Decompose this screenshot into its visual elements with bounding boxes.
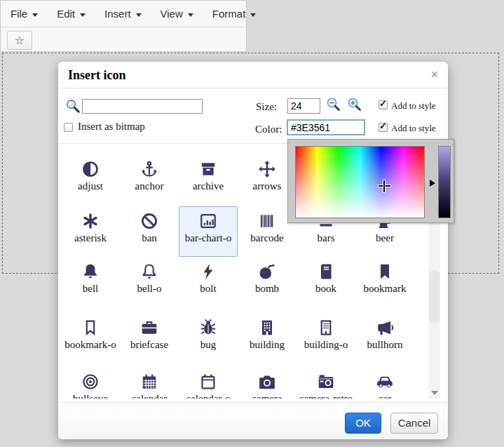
icon-cell-building[interactable]: building bbox=[238, 313, 297, 366]
menu-label: Edit bbox=[57, 8, 75, 20]
icon-cell-calendar-o[interactable]: calendar-o bbox=[179, 366, 238, 399]
menu-insert[interactable]: Insert bbox=[104, 8, 142, 20]
star-button[interactable]: ☆ bbox=[7, 31, 32, 50]
size-label: Size: bbox=[256, 101, 277, 113]
menu-edit[interactable]: Edit bbox=[57, 8, 86, 20]
icon-label: bolt bbox=[179, 283, 237, 294]
icon-cell-calendar[interactable]: calendar bbox=[120, 366, 179, 399]
icon-cell-bookmark[interactable]: bookmark bbox=[355, 257, 414, 313]
icon-cell-archive[interactable]: archive bbox=[179, 154, 238, 206]
menu-view[interactable]: View bbox=[161, 8, 193, 20]
building-o-icon bbox=[317, 319, 335, 337]
cancel-button[interactable]: Cancel bbox=[390, 413, 438, 434]
dialog-title: Insert icon bbox=[68, 62, 126, 88]
insert-as-bitmap-label: Insert as bitmap bbox=[78, 121, 145, 133]
icon-label: building bbox=[238, 339, 296, 350]
star-outline-icon: ☆ bbox=[15, 34, 25, 46]
archive-icon bbox=[199, 160, 217, 178]
size-add-to-style-label: Add to style bbox=[391, 100, 436, 112]
close-icon[interactable]: × bbox=[430, 62, 438, 87]
bolt-icon bbox=[199, 262, 217, 281]
building-icon bbox=[258, 319, 276, 337]
bomb-icon bbox=[258, 262, 276, 281]
icon-cell-bell-o[interactable]: bell-o bbox=[120, 257, 179, 313]
icon-label: camera-retro bbox=[297, 393, 355, 399]
icon-cell-bell[interactable]: bell bbox=[61, 257, 120, 313]
icon-label: building-o bbox=[297, 339, 355, 350]
bell-icon bbox=[81, 262, 100, 281]
zoom-in-icon[interactable] bbox=[346, 97, 363, 116]
icon-label: bookmark-o bbox=[62, 339, 119, 350]
icon-cell-briefcase[interactable]: briefcase bbox=[120, 313, 179, 366]
icon-cell-anchor[interactable]: anchor bbox=[120, 154, 179, 206]
camera-icon bbox=[258, 373, 276, 391]
icon-cell-car[interactable]: car bbox=[355, 366, 414, 399]
icon-cell-asterisk[interactable]: asterisk bbox=[61, 206, 120, 257]
menu-label: File bbox=[11, 8, 27, 20]
zoom-out-icon[interactable] bbox=[325, 97, 342, 116]
scrollbar-down-arrow-icon[interactable] bbox=[431, 391, 438, 395]
adjust-icon bbox=[81, 160, 100, 178]
color-add-to-style-checkbox[interactable] bbox=[379, 123, 388, 132]
dialog-footer: OK Cancel bbox=[58, 402, 448, 439]
bookmark-o-icon bbox=[81, 319, 100, 337]
icon-label: book bbox=[297, 283, 355, 294]
menu-label: Format bbox=[212, 8, 246, 20]
icon-cell-bar-chart-o[interactable]: bar-chart-o bbox=[179, 206, 238, 257]
anchor-icon bbox=[140, 160, 158, 178]
icon-label: bug bbox=[179, 339, 237, 350]
book-icon bbox=[317, 262, 335, 281]
icon-label: archive bbox=[179, 180, 237, 192]
icon-grid-row: bullseyecalendarcalendar-ocameracamera-r… bbox=[61, 366, 423, 399]
car-icon bbox=[376, 373, 394, 391]
icon-cell-bookmark-o[interactable]: bookmark-o bbox=[61, 313, 120, 366]
caret-down-icon bbox=[136, 13, 142, 17]
dialog-header: Insert icon × bbox=[58, 62, 448, 88]
bell-o-icon bbox=[140, 262, 158, 281]
size-input[interactable] bbox=[287, 98, 320, 114]
menu-label: Insert bbox=[104, 8, 131, 20]
value-slider[interactable] bbox=[438, 146, 451, 218]
slider-arrow-icon[interactable] bbox=[430, 180, 435, 187]
icon-label: bomb bbox=[238, 283, 296, 294]
color-input[interactable] bbox=[287, 119, 365, 135]
icon-cell-bomb[interactable]: bomb bbox=[238, 257, 297, 313]
bullseye-icon bbox=[81, 373, 100, 391]
barcode-icon bbox=[258, 212, 276, 230]
icon-label: bars bbox=[297, 232, 355, 243]
icon-label: bullhorn bbox=[356, 339, 414, 350]
ok-button[interactable]: OK bbox=[345, 413, 381, 434]
icon-cell-camera[interactable]: camera bbox=[238, 366, 297, 399]
icon-cell-adjust[interactable]: adjust bbox=[61, 154, 120, 206]
size-add-to-style-checkbox[interactable] bbox=[379, 100, 388, 109]
icon-label: bell bbox=[62, 283, 119, 294]
icon-cell-bullseye[interactable]: bullseye bbox=[61, 366, 120, 399]
color-label: Color: bbox=[255, 124, 282, 135]
search-input[interactable] bbox=[82, 99, 203, 114]
icon-label: calendar-o bbox=[179, 393, 237, 399]
saturation-gradient-box[interactable] bbox=[295, 146, 425, 218]
icon-label: bar-chart-o bbox=[179, 232, 237, 243]
icon-label: briefcase bbox=[121, 339, 178, 350]
caret-down-icon bbox=[32, 13, 38, 17]
icon-cell-bullhorn[interactable]: bullhorn bbox=[355, 313, 414, 366]
icon-cell-bug[interactable]: bug bbox=[179, 313, 238, 366]
camera-retro-icon bbox=[317, 373, 335, 391]
icon-cell-book[interactable]: book bbox=[297, 257, 355, 313]
icon-cell-ban[interactable]: ban bbox=[120, 206, 179, 257]
bar-chart-o-icon bbox=[199, 212, 217, 230]
scrollbar-thumb[interactable] bbox=[429, 270, 440, 323]
insert-as-bitmap-checkbox[interactable] bbox=[64, 123, 73, 132]
menu-file[interactable]: File bbox=[11, 8, 38, 20]
menubar-items: FileEditInsertViewFormat bbox=[1, 1, 246, 27]
caret-down-icon bbox=[80, 13, 86, 17]
menu-format[interactable]: Format bbox=[212, 8, 257, 20]
icon-cell-camera-retro[interactable]: camera-retro bbox=[297, 366, 355, 399]
icon-label: ban bbox=[121, 232, 178, 243]
bug-icon bbox=[199, 319, 217, 337]
ban-icon bbox=[140, 212, 158, 230]
icon-cell-bolt[interactable]: bolt bbox=[179, 257, 238, 313]
color-crosshair-icon[interactable] bbox=[379, 180, 390, 192]
icon-label: asterisk bbox=[62, 232, 119, 243]
icon-cell-building-o[interactable]: building-o bbox=[297, 313, 355, 366]
